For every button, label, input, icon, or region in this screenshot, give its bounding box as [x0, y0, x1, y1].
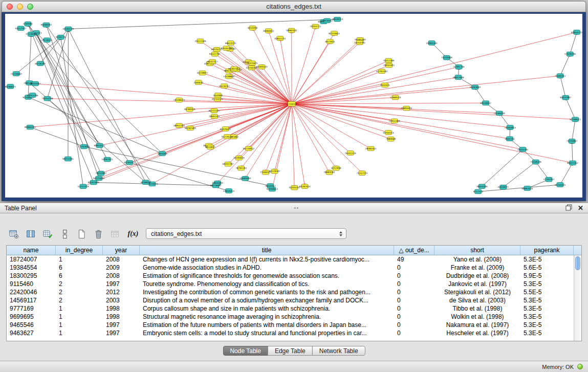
table-cell[interactable]: 0 — [394, 304, 434, 313]
scrollbar-thumb[interactable] — [575, 256, 580, 270]
graph-edge[interactable] — [292, 76, 560, 104]
table-cell[interactable]: Stergiakouli et al. (2012) — [434, 288, 520, 296]
graph-node[interactable]: 64512507 — [15, 26, 27, 31]
graph-node[interactable]: 7183633 — [193, 80, 203, 85]
graph-edge[interactable] — [560, 76, 566, 98]
table-cell[interactable]: 1 — [56, 329, 103, 337]
graph-node[interactable]: 31244055 — [554, 183, 565, 187]
graph-edge[interactable] — [482, 149, 523, 186]
table-cell[interactable]: 0 — [394, 280, 434, 288]
table-cell[interactable]: 1998 — [103, 304, 140, 313]
graph-edge[interactable] — [272, 104, 292, 189]
column-header-in_degree[interactable]: in_degree — [56, 246, 103, 255]
graph-node[interactable]: 81216653 — [243, 146, 254, 151]
table-cell[interactable]: 5.3E-5 — [520, 329, 574, 337]
graph-node[interactable]: 68997026 — [521, 186, 533, 191]
graph-node[interactable]: 97676437 — [220, 127, 231, 132]
table-cell[interactable]: 0 — [394, 272, 434, 280]
table-cell[interactable]: Tourette syndrome. Phenomenology and cla… — [140, 280, 394, 288]
graph-node[interactable]: 46764375 — [124, 160, 135, 165]
graph-edge[interactable] — [36, 33, 162, 154]
graph-edge[interactable] — [536, 162, 549, 179]
table-cell[interactable]: 9115460 — [7, 280, 56, 288]
graph-node[interactable]: 95066002 — [40, 23, 52, 27]
graph-node[interactable]: 1694300 — [158, 151, 167, 156]
table-cell[interactable]: 0 — [394, 264, 434, 272]
graph-node[interactable]: 43326071 — [497, 185, 509, 190]
table-row[interactable]: 1872400712008Changes of HCN gene express… — [7, 255, 574, 264]
graph-node[interactable]: 98272435 — [62, 157, 74, 161]
graph-node[interactable]: 31016224 — [383, 130, 394, 135]
graph-edge[interactable] — [292, 87, 475, 104]
column-header-name[interactable]: name — [7, 246, 56, 255]
column-header-out_de[interactable]: △ out_de... — [394, 246, 434, 255]
table-cell[interactable]: 18300295 — [7, 272, 56, 280]
graph-edge[interactable] — [565, 98, 575, 120]
column-header-title[interactable]: title — [140, 246, 394, 255]
table-cell[interactable]: 1997 — [103, 329, 140, 337]
table-cell[interactable]: Yano et al. (2008) — [434, 255, 520, 264]
graph-edge[interactable] — [28, 24, 94, 183]
table-cell[interactable]: 5.6E-5 — [520, 264, 574, 272]
table-row[interactable]: 1456911722003Disruption of a novel membe… — [7, 296, 574, 304]
graph-node[interactable]: 4904704 — [505, 137, 514, 141]
table-row[interactable]: 969969511998Structural magnetic resonanc… — [7, 313, 574, 321]
graph-node[interactable]: 16025791 — [517, 147, 529, 152]
graph-node[interactable]: 9100276 — [56, 35, 66, 40]
graph-node[interactable]: 80288071 — [5, 84, 16, 89]
graph-edge[interactable] — [292, 104, 336, 168]
table-row[interactable]: 1938455462009Genome-wide association stu… — [7, 264, 574, 272]
graph-node[interactable]: 34335232 — [289, 186, 300, 190]
graph-node[interactable]: 39655336 — [476, 184, 488, 189]
table-cell[interactable]: 1997 — [103, 280, 140, 288]
graph-edge[interactable] — [47, 99, 292, 104]
graph-edge[interactable] — [570, 32, 577, 54]
graph-node[interactable]: 46680690 — [239, 177, 251, 181]
table-cell[interactable]: Jankovic et al. (1997) — [434, 280, 520, 288]
table-cell[interactable]: Embryonic stem cells: a model to study s… — [140, 329, 394, 337]
graph-edge[interactable] — [36, 33, 101, 173]
graph-edge[interactable] — [266, 104, 292, 172]
graph-edge[interactable] — [68, 19, 337, 29]
graph-node[interactable]: 75762653 — [78, 144, 90, 149]
column-header-pagerank[interactable]: pagerank — [520, 246, 574, 255]
graph-node[interactable]: 78791194 — [235, 166, 247, 170]
table-mode-icon[interactable] — [7, 227, 21, 240]
graph-node[interactable]: 50097925 — [102, 157, 113, 162]
graph-node[interactable]: 99378682 — [210, 183, 222, 188]
table-select[interactable]: citations_edges.txt — [146, 228, 346, 239]
graph-edge[interactable] — [292, 104, 523, 149]
graph-edge[interactable] — [292, 104, 351, 153]
function-builder-icon[interactable]: f(x) — [125, 227, 141, 240]
column-header-short[interactable]: short — [434, 246, 520, 255]
graph-node[interactable]: 94527787 — [209, 52, 221, 56]
graph-node[interactable]: 70011399 — [383, 58, 394, 63]
table-cell[interactable]: 2 — [56, 296, 103, 304]
graph-edge[interactable] — [292, 104, 573, 163]
graph-node[interactable]: 21118460 — [11, 72, 22, 76]
table-row[interactable]: 977716911998Corpus callosum shape and si… — [7, 304, 574, 313]
table-cell[interactable]: 2 — [56, 280, 103, 288]
table-cell[interactable]: Hescheler et al. (1997) — [434, 329, 520, 337]
table-cell[interactable]: 9777169 — [7, 304, 56, 313]
close-button[interactable] — [7, 4, 13, 10]
graph-node[interactable]: 33493840 — [469, 85, 481, 90]
graph-node[interactable]: 74533469 — [441, 55, 452, 60]
graph-edge[interactable] — [28, 34, 31, 97]
graph-node[interactable]: 71557225 — [357, 171, 368, 176]
table-cell[interactable]: Changes of HCN gene expression and I(f) … — [140, 255, 394, 264]
float-panel-icon[interactable] — [565, 204, 572, 213]
table-cell[interactable]: Nakamura et al. (1997) — [434, 321, 520, 329]
graph-edge[interactable] — [292, 104, 499, 113]
table-cell[interactable]: Investigating the contribution of common… — [140, 288, 394, 296]
graph-node[interactable]: 16464814 — [505, 125, 516, 130]
graph-edge[interactable] — [292, 60, 388, 104]
table-cell[interactable]: Tibbo et al. (1998) — [434, 304, 520, 313]
graph-node[interactable]: 83850772 — [571, 30, 582, 35]
table-cell[interactable]: 5.3E-5 — [520, 296, 574, 304]
table-cell[interactable]: Estimation of the future numbers of pati… — [140, 321, 394, 329]
table-cell[interactable]: 0 — [394, 296, 434, 304]
graph-node[interactable]: 37128089 — [26, 32, 37, 37]
table-cell[interactable]: 9463627 — [7, 329, 56, 337]
table-cell[interactable]: 5.5E-5 — [520, 288, 574, 296]
